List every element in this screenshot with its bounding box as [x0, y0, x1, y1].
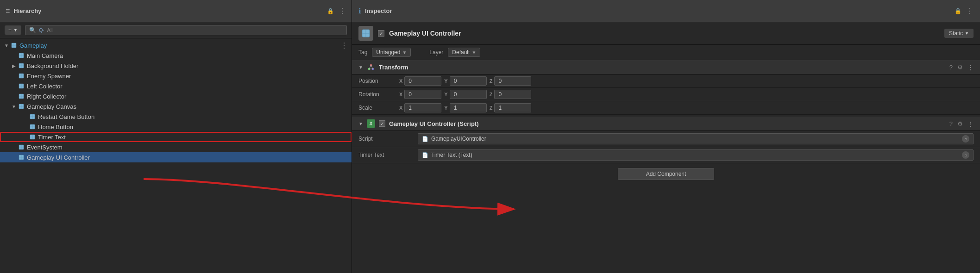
scale-y-input[interactable]: 1	[450, 103, 487, 112]
rotation-y-input[interactable]: 0	[450, 90, 487, 99]
script-field-label: Script	[358, 136, 414, 142]
tag-dropdown[interactable]: Untagged ▼	[372, 48, 411, 57]
transform-icon	[367, 63, 375, 71]
inspector-title: Inspector	[365, 7, 392, 14]
transform-help-icon[interactable]: ?	[949, 64, 953, 71]
script-hash-icon: #	[367, 119, 375, 128]
left-collector-label: Left Collector	[27, 83, 63, 90]
restart-game-button-label: Restart Game Button	[38, 113, 94, 120]
position-x-input[interactable]: 0	[404, 76, 441, 86]
cube-icon-home-button	[29, 123, 36, 130]
cube-icon-eventsystem	[18, 143, 25, 151]
add-arrow-icon: ▼	[13, 28, 18, 32]
expand-arrow-gameplay	[4, 43, 9, 48]
search-icon: 🔍	[29, 27, 36, 33]
hierarchy-content: Gameplay ⋮ Main Camera Background Holder	[0, 38, 352, 273]
script-expand-arrow: ▼	[358, 121, 363, 126]
script-help-icon[interactable]: ?	[949, 120, 953, 127]
scale-x-input[interactable]: 1	[404, 103, 441, 112]
hierarchy-lock-icon[interactable]: 🔒	[327, 8, 334, 14]
hierarchy-item-background-holder[interactable]: Background Holder	[0, 61, 352, 71]
script-active-checkbox[interactable]	[379, 120, 385, 127]
hierarchy-item-right-collector[interactable]: Right Collector	[0, 91, 352, 101]
hierarchy-item-gameplay-canvas[interactable]: Gameplay Canvas	[0, 101, 352, 112]
search-box[interactable]: 🔍 Q· All	[25, 25, 347, 35]
script-section: ▼ # Gameplay UI Controller (Script) ? ⚙ …	[352, 117, 980, 163]
gameplay-options-icon[interactable]: ⋮	[340, 41, 348, 50]
static-button[interactable]: Static ▼	[944, 29, 974, 38]
layer-dropdown-arrow-icon: ▼	[471, 50, 476, 55]
gameplay-canvas-label: Gameplay Canvas	[27, 103, 76, 110]
hierarchy-menu-icon: ≡	[6, 7, 10, 15]
svg-line-42	[369, 65, 371, 69]
gameplay-ui-controller-label: Gameplay UI Controller	[27, 154, 90, 161]
gameplay-icon	[10, 42, 18, 49]
scale-label: Scale	[358, 105, 396, 111]
rotation-y-axis: Y	[444, 92, 447, 97]
layer-dropdown[interactable]: Default ▼	[448, 48, 480, 57]
hierarchy-header: ≡ Hierarchy 🔒 ⋮	[0, 0, 352, 22]
timer-text-file-icon: 📄	[422, 152, 428, 158]
hierarchy-item-timer-text[interactable]: Timer Text	[0, 132, 352, 142]
right-collector-label: Right Collector	[27, 93, 66, 100]
rotation-z-input[interactable]: 0	[494, 90, 531, 99]
transform-position-row: Position X 0 Y 0 Z 0	[352, 74, 980, 88]
hierarchy-item-eventsystem[interactable]: EventSystem	[0, 142, 352, 152]
hierarchy-panel: ≡ Hierarchy 🔒 ⋮ + ▼ 🔍 Q· All	[0, 0, 352, 273]
search-prefix: Q·	[39, 27, 44, 33]
inspector-header: ℹ Inspector 🔒 ⋮	[352, 0, 980, 22]
script-dots-icon[interactable]: ⋮	[967, 120, 974, 127]
inspector-dots-icon[interactable]: ⋮	[966, 6, 974, 15]
position-z-axis: Z	[490, 78, 493, 84]
gameplay-label: Gameplay	[19, 42, 47, 49]
inspector-lock-icon[interactable]: 🔒	[955, 8, 961, 14]
script-value-box[interactable]: 📄 GameplayUIController ○	[418, 133, 974, 144]
cube-icon-enemy-spawner	[18, 72, 25, 80]
hierarchy-item-gameplay[interactable]: Gameplay ⋮	[0, 40, 352, 50]
add-button[interactable]: + ▼	[5, 25, 21, 35]
hierarchy-item-gameplay-ui-controller[interactable]: Gameplay UI Controller	[0, 152, 352, 162]
arrow-background-holder	[11, 63, 17, 68]
add-component-row: Add Component	[352, 163, 980, 185]
active-checkbox[interactable]	[378, 30, 384, 37]
rotation-label: Rotation	[358, 91, 396, 98]
timer-text-field-row: Timer Text 📄 Timer Text (Text) ○	[352, 147, 980, 163]
layer-value: Default	[452, 49, 470, 56]
script-section-header[interactable]: ▼ # Gameplay UI Controller (Script) ? ⚙ …	[352, 117, 980, 131]
hierarchy-item-left-collector[interactable]: Left Collector	[0, 81, 352, 91]
script-value: GameplayUIController	[431, 136, 486, 142]
hierarchy-item-enemy-spawner[interactable]: Enemy Spawner	[0, 71, 352, 81]
main-camera-label: Main Camera	[27, 52, 63, 59]
cube-icon-main-camera	[18, 52, 25, 59]
tag-dropdown-arrow-icon: ▼	[402, 50, 407, 55]
cube-icon-left-collector	[18, 82, 25, 90]
timer-text-select-circle-button[interactable]: ○	[962, 151, 969, 159]
position-z-input[interactable]: 0	[494, 76, 531, 86]
inspector-info-icon: ℹ	[358, 7, 361, 15]
inspector-panel: ℹ Inspector 🔒 ⋮ Gameplay UI Controller S…	[352, 0, 980, 273]
transform-rotation-row: Rotation X 0 Y 0 Z 0	[352, 88, 980, 101]
add-component-button[interactable]: Add Component	[618, 168, 715, 180]
script-settings-icon[interactable]: ⚙	[957, 120, 963, 127]
script-select-circle-button[interactable]: ○	[962, 135, 969, 143]
timer-text-value-box[interactable]: 📄 Timer Text (Text) ○	[418, 149, 974, 161]
scale-z-axis: Z	[490, 105, 493, 111]
rotation-x-input[interactable]: 0	[404, 90, 441, 99]
enemy-spawner-label: Enemy Spawner	[27, 73, 71, 80]
position-y-input[interactable]: 0	[450, 76, 487, 86]
arrow-gameplay-canvas	[11, 104, 17, 109]
scale-z-input[interactable]: 1	[494, 103, 531, 112]
hierarchy-item-main-camera[interactable]: Main Camera	[0, 50, 352, 61]
static-label: Static	[949, 30, 963, 37]
transform-settings-icon[interactable]: ⚙	[957, 64, 963, 71]
hierarchy-item-home-button[interactable]: Home Button	[0, 122, 352, 132]
hierarchy-dots-icon[interactable]: ⋮	[339, 6, 346, 15]
transform-section-header[interactable]: ▼ Transform ? ⚙ ⋮	[352, 60, 980, 74]
cube-icon-timer-text	[29, 133, 36, 141]
position-label: Position	[358, 78, 396, 84]
hierarchy-item-restart-game-button[interactable]: Restart Game Button	[0, 112, 352, 122]
rotation-z-axis: Z	[490, 92, 493, 97]
scale-x-axis: X	[399, 105, 402, 111]
cube-icon-restart-game-button	[29, 113, 36, 120]
transform-dots-icon[interactable]: ⋮	[967, 64, 974, 71]
